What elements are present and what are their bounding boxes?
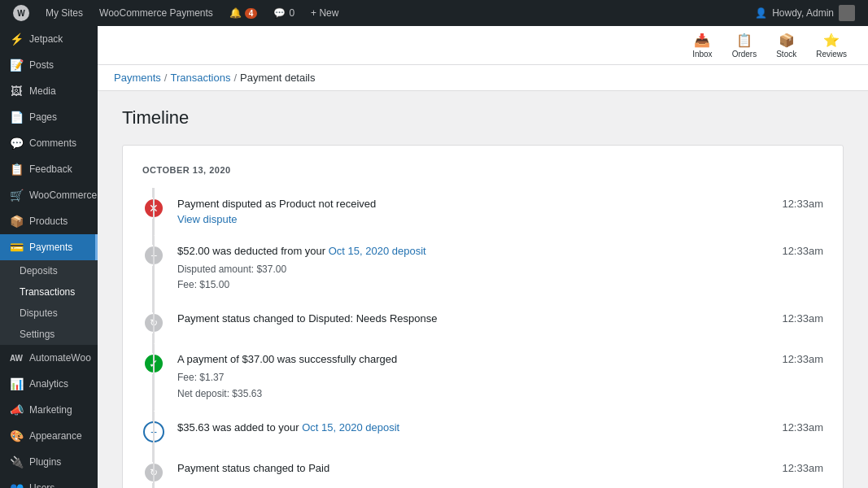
sidebar-item-label: Media xyxy=(29,85,56,97)
reviews-label: Reviews xyxy=(816,50,847,59)
submenu-item-deposits[interactable]: Deposits xyxy=(0,260,98,281)
automatewoo-icon: AW xyxy=(10,351,23,364)
submenu-item-transactions[interactable]: Transactions xyxy=(0,281,98,303)
adminbar-logo[interactable]: W xyxy=(7,0,36,26)
products-icon: 📦 xyxy=(10,215,23,228)
payments-icon: 💳 xyxy=(10,241,23,254)
sidebar-item-label: Appearance xyxy=(29,430,82,442)
event-time-1: 12:33am xyxy=(782,198,823,210)
sidebar-item-label: Analytics xyxy=(29,378,68,390)
sidebar-item-woocommerce[interactable]: 🛒 WooCommerce xyxy=(0,182,98,208)
event-icon-6: ↻ xyxy=(143,462,164,483)
sidebar-item-appearance[interactable]: 🎨 Appearance xyxy=(0,423,98,449)
event-row-6: Payment status changed to Paid 12:33am xyxy=(177,462,823,474)
sidebar-item-products[interactable]: 📦 Products xyxy=(0,208,98,234)
content-wrap: 📥 Inbox 📋 Orders 📦 Stock ⭐ Reviews xyxy=(98,26,868,488)
event-desc-5: $35.63 was added to your Oct 15, 2020 de… xyxy=(177,421,399,434)
inbox-button[interactable]: 📥 Inbox xyxy=(684,29,720,62)
reviews-button[interactable]: ⭐ Reviews xyxy=(808,29,855,62)
sidebar-item-label: WooCommerce xyxy=(29,190,97,201)
sidebar-item-label: Posts xyxy=(29,59,54,71)
orders-icon: 📋 xyxy=(736,33,752,48)
comment-icon: 💬 xyxy=(273,7,286,19)
event-row-1: Payment disputed as Product not received… xyxy=(177,198,823,210)
timeline-event-5: + $35.63 was added to your Oct 15, 2020 … xyxy=(154,412,823,452)
event-icon-2: − xyxy=(143,245,164,266)
users-icon: 👥 xyxy=(10,481,23,488)
sidebar-item-label: Pages xyxy=(29,111,57,123)
sidebar-item-label: Feedback xyxy=(29,163,72,175)
orders-button[interactable]: 📋 Orders xyxy=(724,29,765,62)
event-row-5: $35.63 was added to your Oct 15, 2020 de… xyxy=(177,421,823,434)
submenu-item-settings[interactable]: Settings xyxy=(0,324,98,345)
page-content: Timeline OCTOBER 13, 2020 ✕ Payment disp… xyxy=(98,91,868,488)
deposits-label: Deposits xyxy=(20,265,58,277)
sidebar-item-payments[interactable]: 💳 Payments xyxy=(0,234,98,260)
sidebar-item-jetpack[interactable]: ⚡ Jetpack xyxy=(0,26,98,52)
settings-sub-label: Settings xyxy=(20,329,55,340)
adminbar-my-sites[interactable]: My Sites xyxy=(39,0,89,26)
inbox-icon: 📥 xyxy=(694,33,710,48)
event-desc-1: Payment disputed as Product not received xyxy=(177,198,376,210)
plugins-icon: 🔌 xyxy=(10,455,23,468)
stock-button[interactable]: 📦 Stock xyxy=(768,29,805,62)
disputes-label: Disputes xyxy=(20,307,58,319)
jetpack-icon: ⚡ xyxy=(10,33,23,46)
appearance-icon: 🎨 xyxy=(10,429,23,442)
woocommerce-icon: 🛒 xyxy=(10,189,23,202)
user-avatar xyxy=(839,5,855,21)
reviews-icon: ⭐ xyxy=(823,33,840,48)
adminbar-new[interactable]: + New xyxy=(304,0,345,26)
sidebar-item-label: Comments xyxy=(29,137,76,149)
event-time-6: 12:33am xyxy=(782,462,823,474)
adminbar-site-name[interactable]: WooCommerce Payments xyxy=(93,0,220,26)
view-dispute-link[interactable]: View dispute xyxy=(177,213,823,225)
timeline-event-1: ✕ Payment disputed as Product not receiv… xyxy=(154,188,823,235)
sidebar-item-marketing[interactable]: 📣 Marketing xyxy=(0,397,98,423)
sidebar-item-label: Marketing xyxy=(29,404,72,416)
howdy-label: Howdy, Admin xyxy=(772,7,834,19)
sidebar-item-posts[interactable]: 📝 Posts xyxy=(0,52,98,78)
event-body-5: $35.63 was added to your Oct 15, 2020 de… xyxy=(177,421,823,434)
breadcrumb-payments[interactable]: Payments xyxy=(114,72,161,84)
event-time-2: 12:33am xyxy=(782,245,823,257)
sidebar-item-comments[interactable]: 💬 Comments xyxy=(0,130,98,156)
my-sites-label: My Sites xyxy=(46,7,83,19)
breadcrumb-transactions[interactable]: Transactions xyxy=(170,72,230,84)
marketing-icon: 📣 xyxy=(10,403,23,416)
payments-submenu: Deposits Transactions Disputes Settings xyxy=(0,260,98,345)
breadcrumb-sep1: / xyxy=(164,72,168,84)
stock-icon: 📦 xyxy=(779,33,795,48)
comments-icon: 💬 xyxy=(10,137,23,150)
sidebar-item-pages[interactable]: 📄 Pages xyxy=(0,104,98,130)
adminbar-comments[interactable]: 💬 0 xyxy=(267,0,301,26)
event-desc-2: $52.00 was deducted from your Oct 15, 20… xyxy=(177,245,426,257)
transactions-label: Transactions xyxy=(20,286,75,298)
submenu-item-disputes[interactable]: Disputes xyxy=(0,303,98,324)
sidebar-item-media[interactable]: 🖼 Media xyxy=(0,78,98,104)
event-icon-1: ✕ xyxy=(143,198,164,219)
timeline-section: OCTOBER 13, 2020 ✕ Payment disputed as P… xyxy=(122,145,844,488)
event-body-3: Payment status changed to Disputed: Need… xyxy=(177,312,823,325)
analytics-icon: 📊 xyxy=(10,377,23,390)
deposit-link-2[interactable]: Oct 15, 2020 deposit xyxy=(302,421,399,434)
event-row-2: $52.00 was deducted from your Oct 15, 20… xyxy=(177,245,823,257)
timeline-event-2: − $52.00 was deducted from your Oct 15, … xyxy=(154,235,823,303)
deposit-link-1[interactable]: Oct 15, 2020 deposit xyxy=(329,245,426,257)
sidebar-item-label: AutomateWoo xyxy=(29,352,91,364)
event-body-4: A payment of $37.00 was successfully cha… xyxy=(177,353,823,401)
adminbar-user[interactable]: 👤 Howdy, Admin xyxy=(748,0,861,26)
sidebar-item-plugins[interactable]: 🔌 Plugins xyxy=(0,449,98,475)
event-icon-5: + xyxy=(143,421,164,442)
event-body-6: Payment status changed to Paid 12:33am xyxy=(177,462,823,474)
event-desc-6: Payment status changed to Paid xyxy=(177,462,329,474)
event-row-4: A payment of $37.00 was successfully cha… xyxy=(177,353,823,365)
sidebar-item-analytics[interactable]: 📊 Analytics xyxy=(0,371,98,397)
sidebar-item-users[interactable]: 👥 Users xyxy=(0,475,98,488)
breadcrumb-sep2: / xyxy=(233,72,237,84)
sidebar-item-feedback[interactable]: 📋 Feedback xyxy=(0,156,98,182)
timeline-event-4: ✓ A payment of $37.00 was successfully c… xyxy=(154,343,823,411)
sidebar-item-automatewoo[interactable]: AW AutomateWoo xyxy=(0,345,98,371)
adminbar-notifications[interactable]: 🔔 4 xyxy=(223,0,264,26)
page-title: Timeline xyxy=(122,107,844,129)
